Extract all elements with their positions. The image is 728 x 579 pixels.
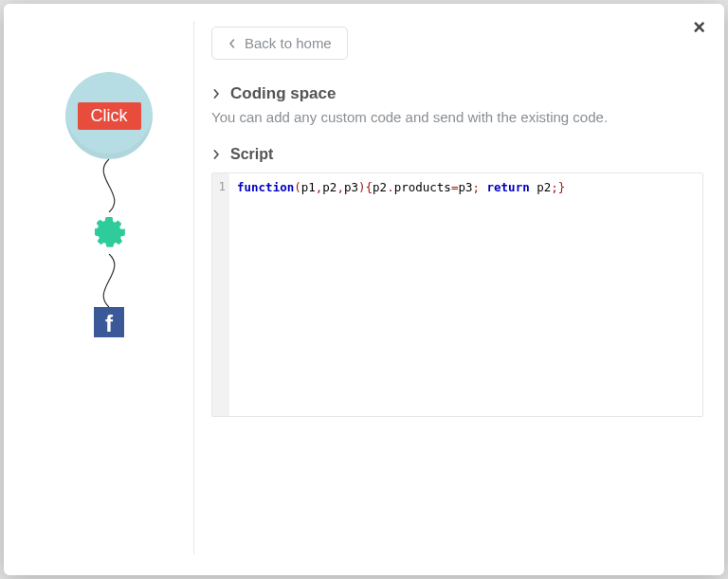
tok-semi: ; [551,180,558,194]
back-to-home-button[interactable]: Back to home [211,27,348,60]
editor-code-area[interactable]: function(p1,p2,p3){p2.products=p3; retur… [229,173,702,416]
coding-space-header[interactable]: Coding space [211,84,703,103]
tok-p2: p2 [537,180,551,194]
modal-content: Click f Back to home [25,21,703,554]
chevron-right-icon [211,150,221,159]
tok-p3: p3 [344,180,358,194]
chevron-left-icon [228,39,237,48]
back-button-label: Back to home [245,35,332,51]
vertical-divider [193,21,194,554]
tok-products: products [394,180,451,194]
flow-sidebar: Click f [25,21,193,554]
tok-function: function [237,180,294,194]
tok-open-paren: ( [294,180,301,194]
gear-icon [90,212,128,250]
code-editor[interactable]: 1 function(p1,p2,p3){p2.products=p3; ret… [211,172,703,417]
click-chip: Click [78,102,141,130]
tok-p1: p1 [301,180,316,194]
editor-gutter: 1 [212,173,229,416]
facebook-icon: f [105,311,113,337]
script-title: Script [230,146,273,163]
modal-dialog: × Click f [4,4,724,575]
flow-connector-1 [71,159,147,212]
line-number: 1 [214,179,226,193]
script-header[interactable]: Script [211,146,703,163]
flow-node-facebook[interactable]: f [94,307,124,337]
tok-close-brace: } [558,180,566,194]
coding-space-title: Coding space [230,84,336,103]
tok-p2: p2 [373,180,387,194]
flow-node-click[interactable]: Click [65,72,153,159]
tok-comma: , [337,180,344,194]
tok-semi: ; [472,180,486,194]
flow-node-gear[interactable] [90,212,128,254]
tok-p3: p3 [458,180,472,194]
tok-p2: p2 [322,180,337,194]
tok-close-paren-brace: ){ [358,180,373,194]
flow-connector-2 [71,254,147,307]
close-button[interactable]: × [693,17,705,38]
chevron-right-icon [211,89,221,99]
tok-dot: . [387,180,394,194]
coding-space-description: You can add any custom code and send wit… [211,109,703,125]
main-panel: Back to home Coding space You can add an… [204,21,703,554]
tok-return: return [487,180,530,194]
